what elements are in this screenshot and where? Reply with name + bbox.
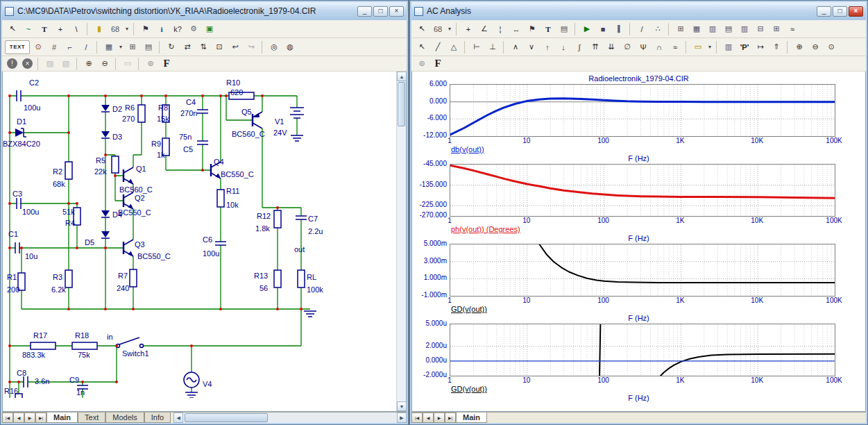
label-r6[interactable]: R6 <box>125 103 135 112</box>
envelope-icon[interactable]: ∩ <box>652 40 667 54</box>
label-q3[interactable]: Q3 <box>135 240 145 249</box>
schematic-canvas[interactable]: C2100uD1BZX84C20C3100uC110uR1200R268kR36… <box>3 72 396 411</box>
plot-canvas-group-delay-1[interactable] <box>450 244 835 297</box>
prev-sheet-button[interactable]: ◀ <box>13 412 24 423</box>
curve-label-gd2[interactable]: GD(v(out)) <box>451 385 865 394</box>
last-sheet-button[interactable]: ▶| <box>35 412 46 423</box>
crosshair-tool-icon[interactable]: + <box>53 22 68 36</box>
flip-horizontal-icon[interactable]: ⇄ <box>180 40 195 54</box>
label-r9[interactable]: R9 <box>151 140 161 148</box>
rotate-icon[interactable]: ↻ <box>164 40 179 54</box>
label-r1-value[interactable]: 200 <box>7 285 19 294</box>
zoom-out-icon[interactable]: ⊖ <box>808 40 823 54</box>
label-in[interactable]: in <box>107 333 113 341</box>
pan-tool-icon[interactable]: + <box>461 22 476 36</box>
label-r8-value[interactable]: 15k <box>157 115 169 123</box>
inflection-icon[interactable]: ∫ <box>572 40 587 54</box>
toolbar-icon[interactable] <box>686 41 688 53</box>
minimize-button[interactable]: _ <box>817 6 831 17</box>
label-d5[interactable]: D5 <box>85 238 94 247</box>
line-style-icon[interactable]: / <box>634 22 649 36</box>
label-q1[interactable]: Q1 <box>136 165 146 173</box>
curve-label-db[interactable]: db(v(out)) <box>451 145 865 154</box>
component-chip-68-icon[interactable]: 68 <box>430 22 445 36</box>
ortho-wire-icon[interactable]: ⌐ <box>62 40 78 54</box>
zoom-auto-icon[interactable]: ⊙ <box>824 40 839 54</box>
label-c6-value[interactable]: 100u <box>203 249 219 258</box>
tab-models[interactable]: Models <box>105 412 144 423</box>
pause-button[interactable]: ∥ <box>611 22 627 36</box>
find-icon[interactable]: ◎ <box>266 40 282 54</box>
label-c8[interactable]: C8 <box>17 369 26 377</box>
title-block-icon[interactable]: ▤ <box>141 40 156 54</box>
zoom-out-icon[interactable]: ⊖ <box>97 57 112 71</box>
label-r1[interactable]: R1 <box>7 273 17 281</box>
repeat-find-icon[interactable]: ◍ <box>282 40 298 54</box>
label-c9[interactable]: C9 <box>69 376 79 384</box>
next-sheet-button[interactable]: ▶ <box>24 412 35 423</box>
flip-vertical-icon[interactable]: ⇅ <box>196 40 211 54</box>
label-c7[interactable]: C7 <box>308 215 318 223</box>
label-r7-value[interactable]: 240 <box>117 284 129 292</box>
label-r18-value[interactable]: 75k <box>78 351 90 359</box>
flag-tool-icon[interactable]: ⚑ <box>138 22 153 36</box>
label-c5-value[interactable]: 75n <box>179 133 192 141</box>
maximize-button[interactable]: □ <box>833 6 847 17</box>
ruler-icon[interactable]: ▥ <box>705 22 720 36</box>
first-sheet-button[interactable]: |◀ <box>411 412 423 423</box>
scrollbar-thumb[interactable] <box>185 413 268 422</box>
label-r13[interactable]: R13 <box>254 272 268 280</box>
select-tool-icon[interactable]: ↖ <box>5 22 20 36</box>
label-r2-value[interactable]: 68k <box>53 180 65 188</box>
polygon-icon[interactable]: △ <box>446 40 461 54</box>
go-to-x-icon[interactable]: ↦ <box>753 40 768 54</box>
label-r13-value[interactable]: 56 <box>259 284 268 292</box>
label-r7[interactable]: R7 <box>118 272 128 280</box>
horizontal-cursor-icon[interactable]: ⊢ <box>469 40 484 54</box>
options-icon[interactable]: ⚙ <box>186 22 201 36</box>
zero-crossing-icon[interactable]: ∅ <box>620 40 635 54</box>
toolbar-icon[interactable] <box>503 41 505 53</box>
step-box-icon[interactable]: ⊡ <box>212 40 227 54</box>
label-d3[interactable]: D3 <box>112 133 122 141</box>
stop-button[interactable]: ■ <box>595 22 611 36</box>
label-c2[interactable]: C2 <box>29 78 39 87</box>
border-icon[interactable]: ⊞ <box>125 40 140 54</box>
label-r2[interactable]: R2 <box>53 167 62 176</box>
copy-icon[interactable]: ▨ <box>42 57 58 71</box>
grid-icon[interactable]: ▦ <box>689 22 704 36</box>
label-r10[interactable]: R10 <box>226 78 240 87</box>
scale-tool-icon[interactable]: ∠ <box>477 22 492 36</box>
run-button[interactable]: ▶ <box>579 22 595 36</box>
label-c1-value[interactable]: 10u <box>25 252 37 260</box>
valley-icon[interactable]: ∨ <box>524 40 539 54</box>
pin-tool-icon[interactable]: ⊙ <box>31 40 46 54</box>
label-r17[interactable]: R17 <box>33 331 47 340</box>
label-d1[interactable]: D1 <box>17 117 26 126</box>
diagonal-wire-icon[interactable]: / <box>78 40 94 54</box>
label-r10-value[interactable]: 620 <box>230 88 243 97</box>
label-r3[interactable]: R3 <box>53 273 62 281</box>
zoom-in-icon[interactable]: ⊕ <box>81 57 96 71</box>
help-mode-icon[interactable]: k? <box>170 22 185 36</box>
label-q2[interactable]: Q2 <box>135 194 145 202</box>
low-icon[interactable]: ↓ <box>556 40 571 54</box>
close-button[interactable]: × <box>849 6 863 17</box>
label-out[interactable]: out <box>294 245 305 253</box>
label-r17-value[interactable]: 883.3k <box>22 351 45 359</box>
toolbar-icon[interactable] <box>787 41 789 53</box>
label-switch1[interactable]: Switch1 <box>122 349 149 358</box>
panels-icon[interactable]: ⊟ <box>753 22 768 36</box>
plot-canvas-phase[interactable] <box>450 164 835 217</box>
label-q4[interactable]: Q4 <box>214 158 224 166</box>
label-q4-value[interactable]: BC550_C <box>221 170 254 178</box>
delete-circle-button[interactable]: × <box>22 58 33 69</box>
next-sheet-button[interactable]: ▶ <box>434 412 445 423</box>
select-tool-icon[interactable]: ↖ <box>414 22 429 36</box>
scroll-left-button[interactable]: ◀ <box>173 412 183 423</box>
go-to-y-icon[interactable]: ⇑ <box>769 40 784 54</box>
global-low-icon[interactable]: ⇊ <box>604 40 619 54</box>
tab-main[interactable]: Main <box>46 412 78 423</box>
part-chip-68-icon[interactable]: 68 <box>108 22 123 36</box>
label-q5[interactable]: Q5 <box>241 108 252 116</box>
